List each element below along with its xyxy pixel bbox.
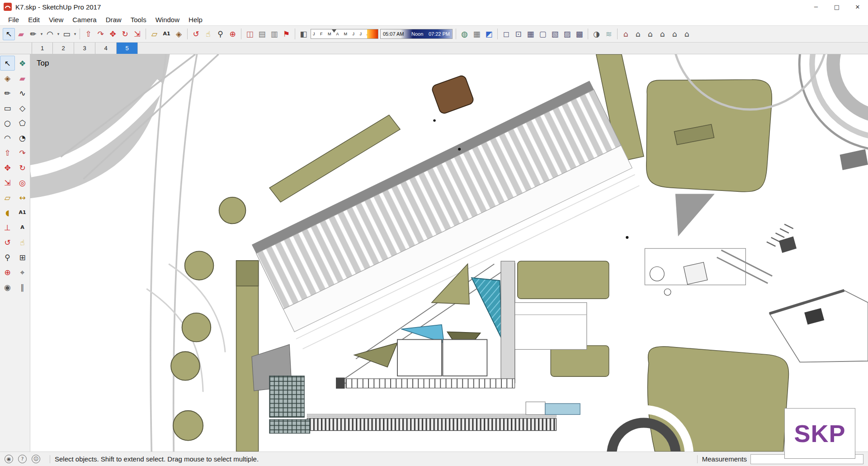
- site-plan-canvas[interactable]: [30, 54, 868, 452]
- geolocation-icon[interactable]: ◍: [458, 28, 471, 40]
- palette-arc-icon[interactable]: ◠: [0, 130, 15, 145]
- menu-tools[interactable]: Tools: [126, 14, 151, 25]
- menu-camera[interactable]: Camera: [68, 14, 101, 25]
- close-button[interactable]: ✕: [847, 0, 868, 14]
- rotate-tool-icon[interactable]: ↻: [119, 28, 131, 40]
- palette-pan-icon[interactable]: ☝: [15, 235, 30, 250]
- style-monochrome-icon[interactable]: ▩: [573, 28, 585, 40]
- shadow-time-slider[interactable]: 05:07 AM Noon 07:22 PM: [380, 29, 453, 39]
- orbit-tool-icon[interactable]: ↺: [190, 28, 202, 40]
- palette-protractor-icon[interactable]: ◖: [0, 205, 15, 220]
- shadow-dialog-icon[interactable]: ◑: [590, 28, 603, 40]
- scene-tab-4[interactable]: 4: [95, 43, 117, 54]
- palette-dimension-icon[interactable]: ↔: [15, 190, 30, 205]
- style-hidden-line-icon[interactable]: ▢: [537, 28, 549, 40]
- palette-tape-measure-icon[interactable]: ▱: [0, 190, 15, 205]
- photo-textures-icon[interactable]: ◩: [483, 28, 495, 40]
- palette-rectangle-icon[interactable]: ▭: [0, 100, 15, 115]
- palette-axes-icon[interactable]: ⊥: [0, 220, 15, 235]
- palette-paint-bucket-icon[interactable]: ◈: [0, 71, 15, 86]
- menu-draw[interactable]: Draw: [101, 14, 126, 25]
- zoom-extents-icon[interactable]: ⊕: [226, 28, 239, 40]
- model-pin-icon[interactable]: ⚑: [280, 28, 292, 40]
- view-right-icon[interactable]: ⌂: [656, 28, 669, 40]
- view-iso-icon[interactable]: ⌂: [620, 28, 632, 40]
- palette-walk-icon[interactable]: ∥: [15, 280, 30, 295]
- scene-tab-3[interactable]: 3: [74, 43, 95, 54]
- palette-pie-icon[interactable]: ◔: [15, 130, 30, 145]
- menu-view[interactable]: View: [44, 14, 68, 25]
- palette-line-icon[interactable]: ✏: [0, 86, 15, 100]
- menu-edit[interactable]: Edit: [24, 14, 44, 25]
- eraser-tool-icon[interactable]: ▰: [15, 28, 27, 40]
- style-back-edges-icon[interactable]: ⊡: [512, 28, 524, 40]
- menu-window[interactable]: Window: [151, 14, 184, 25]
- palette-freehand-icon[interactable]: ∿: [15, 86, 30, 100]
- line-tool-icon[interactable]: ✏: [27, 28, 39, 40]
- fog-icon[interactable]: ≋: [603, 28, 615, 40]
- palette-zoom-extents-icon[interactable]: ⊕: [0, 265, 15, 280]
- scene-tab-2[interactable]: 2: [53, 43, 74, 54]
- shadow-date-slider[interactable]: J F M A M J J A S O N D: [311, 29, 378, 39]
- arc-tool-icon[interactable]: ◠: [44, 28, 56, 40]
- view-top-icon[interactable]: ⌂: [632, 28, 644, 40]
- menu-file[interactable]: File: [4, 14, 24, 25]
- palette-look-around-icon[interactable]: ◉: [0, 280, 15, 295]
- view-back-icon[interactable]: ⌂: [669, 28, 681, 40]
- palette-orbit-icon[interactable]: ↺: [0, 235, 15, 250]
- chevron-down-icon[interactable]: ▾: [39, 32, 44, 36]
- palette-circle-icon[interactable]: ○: [0, 115, 15, 130]
- palette-offset-icon[interactable]: ◎: [15, 175, 30, 190]
- palette-move-icon[interactable]: ✥: [0, 160, 15, 175]
- chevron-down-icon[interactable]: ▾: [73, 32, 77, 36]
- tape-measure-tool-icon[interactable]: ▱: [148, 28, 160, 40]
- palette-zoom-icon[interactable]: ⚲: [0, 250, 15, 265]
- palette-follow-me-icon[interactable]: ↷: [15, 145, 30, 160]
- palette-select-icon[interactable]: ↖: [0, 56, 15, 71]
- text-tool-icon[interactable]: A1: [160, 28, 173, 40]
- palette-make-component-icon[interactable]: ❖: [15, 56, 30, 71]
- view-front-icon[interactable]: ⌂: [644, 28, 656, 40]
- palette-eraser-icon[interactable]: ▰: [15, 71, 30, 86]
- select-tool-icon[interactable]: ↖: [3, 28, 15, 40]
- palette-position-camera-icon[interactable]: ⌖: [15, 265, 30, 280]
- paint-bucket-tool-icon[interactable]: ◈: [173, 28, 185, 40]
- minimize-button[interactable]: ─: [806, 0, 826, 14]
- style-shaded-textures-icon[interactable]: ▨: [561, 28, 573, 40]
- push-pull-tool-icon[interactable]: ⇧: [82, 28, 94, 40]
- toggle-terrain-icon[interactable]: ▦: [471, 28, 483, 40]
- style-shaded-icon[interactable]: ▧: [549, 28, 561, 40]
- palette-3d-text-icon[interactable]: A: [15, 220, 30, 235]
- status-help-icon[interactable]: ?: [18, 455, 27, 463]
- scale-tool-icon[interactable]: ⇲: [131, 28, 143, 40]
- rectangle-tool-icon[interactable]: ▭: [61, 28, 73, 40]
- follow-me-tool-icon[interactable]: ↷: [94, 28, 107, 40]
- shadow-date-handle[interactable]: [332, 29, 336, 33]
- palette-rotated-rectangle-icon[interactable]: ◇: [15, 100, 30, 115]
- maximize-button[interactable]: □: [826, 0, 847, 14]
- view-left-icon[interactable]: ⌂: [681, 28, 693, 40]
- toggle-shadows-icon[interactable]: ◧: [297, 28, 310, 40]
- style-xray-icon[interactable]: ◻: [500, 28, 512, 40]
- scene-tab-1[interactable]: 1: [32, 43, 53, 54]
- palette-zoom-window-icon[interactable]: ⊞: [15, 250, 30, 265]
- palette-scale-icon[interactable]: ⇲: [0, 175, 15, 190]
- display-section-planes-icon[interactable]: ▤: [256, 28, 268, 40]
- status-signin-icon[interactable]: ☺: [32, 455, 40, 463]
- model-viewport[interactable]: Top: [30, 54, 868, 452]
- style-wireframe-icon[interactable]: ▦: [524, 28, 537, 40]
- palette-push-pull-icon[interactable]: ⇧: [0, 145, 15, 160]
- palette-text-icon[interactable]: A1: [15, 205, 30, 220]
- menu-help[interactable]: Help: [184, 14, 207, 25]
- palette-polygon-icon[interactable]: ⬠: [15, 115, 30, 130]
- status-geolocate-icon[interactable]: ◉: [5, 455, 13, 463]
- display-section-cuts-icon[interactable]: ▥: [268, 28, 280, 40]
- zoom-tool-icon[interactable]: ⚲: [214, 28, 226, 40]
- section-plane-icon[interactable]: ◫: [244, 28, 256, 40]
- menu-bar: File Edit View Camera Draw Tools Window …: [0, 14, 868, 25]
- scene-tab-5[interactable]: 5: [117, 43, 138, 54]
- palette-rotate-icon[interactable]: ↻: [15, 160, 30, 175]
- move-tool-icon[interactable]: ✥: [107, 28, 119, 40]
- pan-tool-icon[interactable]: ☝: [202, 28, 214, 40]
- chevron-down-icon[interactable]: ▾: [56, 32, 61, 36]
